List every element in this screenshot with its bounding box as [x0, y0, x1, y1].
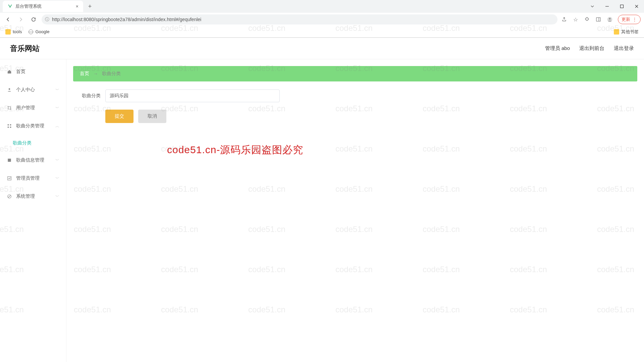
svg-point-4: [9, 88, 10, 90]
chevron-down-icon: ﹀: [55, 194, 59, 199]
app-layout: 首页 个人中心 ﹀ 用户管理 ﹀ 歌曲分类管理 ︿ 歌曲分类 歌曲信息管理 ﹀ …: [0, 59, 644, 362]
bookmark-other[interactable]: 其他书签: [614, 29, 639, 35]
chevron-down-icon: ﹀: [55, 87, 59, 93]
window-controls: [585, 0, 644, 13]
browser-chrome: 后台管理系统 × + ⓘ http://localhost:8080/sprin…: [0, 0, 644, 38]
breadcrumb-home[interactable]: 首页: [80, 71, 89, 77]
tab-title: 后台管理系统: [15, 3, 42, 9]
update-button[interactable]: 更新⋮: [618, 15, 641, 24]
sidebar-label: 管理员管理: [16, 175, 40, 181]
form-row-category: 歌曲分类: [73, 89, 637, 102]
watermark-notice: code51.cn-源码乐园盗图必究: [167, 143, 303, 157]
sidebar-label: 首页: [16, 69, 25, 75]
close-icon[interactable]: [629, 0, 644, 13]
chevron-up-icon: ︿: [55, 123, 59, 129]
sidebar-item-home[interactable]: 首页: [0, 63, 66, 81]
chevron-down-icon: ﹀: [55, 105, 59, 111]
bookmark-google[interactable]: Google: [29, 29, 49, 34]
user-icon: [7, 87, 12, 93]
share-icon[interactable]: [561, 16, 568, 23]
tab-close-icon[interactable]: ×: [76, 4, 78, 9]
sidebar-item-user-mgmt[interactable]: 用户管理 ﹀: [0, 99, 66, 117]
maximize-icon[interactable]: [614, 0, 629, 13]
svg-rect-0: [621, 5, 624, 8]
minimize-icon[interactable]: [600, 0, 614, 13]
chart-icon: [7, 176, 12, 181]
sidebar-subitem-song-cat[interactable]: 歌曲分类: [0, 135, 66, 151]
breadcrumb: 首页 → 歌曲分类: [73, 66, 637, 81]
song-category-input[interactable]: [105, 89, 280, 102]
svg-rect-1: [596, 18, 600, 21]
reload-button[interactable]: [29, 15, 38, 24]
svg-rect-5: [8, 124, 9, 126]
svg-rect-9: [8, 159, 11, 162]
new-tab-button[interactable]: +: [85, 2, 95, 11]
sidebar-item-song-cat-mgmt[interactable]: 歌曲分类管理 ︿: [0, 117, 66, 135]
caret-down-icon[interactable]: [585, 0, 600, 13]
svg-rect-7: [8, 127, 9, 128]
sidebar-item-sys-mgmt[interactable]: 系统管理 ﹀: [0, 187, 66, 205]
cancel-button[interactable]: 取消: [138, 110, 166, 123]
vue-favicon-icon: [7, 4, 13, 9]
sidebar-label: 歌曲分类管理: [16, 123, 44, 129]
globe-icon: [29, 29, 33, 34]
breadcrumb-arrow-icon: →: [93, 71, 98, 76]
star-icon[interactable]: ☆: [572, 16, 579, 23]
url-input[interactable]: ⓘ http://localhost:8080/springboote2a78/…: [42, 14, 557, 24]
bookmark-tools[interactable]: tools: [5, 29, 22, 35]
sidebar-label: 歌曲分类: [13, 140, 32, 146]
sidebar-label: 用户管理: [16, 105, 35, 111]
address-bar: ⓘ http://localhost:8080/springboote2a78/…: [0, 13, 644, 26]
app-title: 音乐网站: [10, 44, 40, 54]
svg-rect-8: [10, 127, 11, 128]
svg-rect-6: [10, 124, 11, 126]
svg-point-3: [609, 18, 610, 19]
profile-icon[interactable]: [606, 16, 613, 23]
sidebar-item-song-info-mgmt[interactable]: 歌曲信息管理 ﹀: [0, 151, 66, 169]
form-buttons: 提交 取消: [73, 110, 637, 123]
forward-button[interactable]: [16, 15, 25, 24]
sidepanel-icon[interactable]: [595, 16, 602, 23]
tab-strip: 后台管理系统 × +: [0, 0, 644, 13]
sidebar-label: 歌曲信息管理: [16, 157, 44, 163]
site-info-icon[interactable]: ⓘ: [45, 16, 49, 22]
chevron-down-icon: ﹀: [55, 158, 59, 163]
sidebar-label: 个人中心: [16, 87, 35, 93]
browser-tab[interactable]: 后台管理系统 ×: [3, 1, 83, 12]
folder-icon: [5, 29, 11, 35]
bookmarks-bar: tools Google 其他书签: [0, 26, 644, 38]
logout-link[interactable]: 退出登录: [614, 45, 634, 52]
grid-icon: [7, 123, 12, 129]
form-label-category: 歌曲分类: [80, 93, 101, 99]
sidebar: 首页 个人中心 ﹀ 用户管理 ﹀ 歌曲分类管理 ︿ 歌曲分类 歌曲信息管理 ﹀ …: [0, 59, 66, 362]
breadcrumb-current: 歌曲分类: [102, 71, 121, 77]
main-content: 首页 → 歌曲分类 歌曲分类 提交 取消 code51.cn-源码乐园盗图必究: [66, 59, 644, 362]
folder-icon: [614, 29, 619, 35]
block-icon: [7, 194, 12, 199]
extensions-icon[interactable]: [584, 16, 590, 23]
menu-dots-icon: ⋮: [632, 17, 637, 22]
sidebar-item-admin-mgmt[interactable]: 管理员管理 ﹀: [0, 169, 66, 187]
sidebar-item-personal[interactable]: 个人中心 ﹀: [0, 81, 66, 99]
submit-button[interactable]: 提交: [105, 110, 133, 123]
sidebar-label: 系统管理: [16, 193, 35, 199]
home-icon: [7, 69, 12, 74]
music-icon: [7, 158, 12, 163]
url-text: http://localhost:8080/springboote2a78/ad…: [52, 17, 201, 22]
crop-icon: [7, 105, 12, 111]
exit-front-link[interactable]: 退出到前台: [579, 45, 604, 52]
back-button[interactable]: [3, 15, 13, 24]
app-header: 音乐网站 管理员 abo 退出到前台 退出登录: [0, 38, 644, 59]
admin-label[interactable]: 管理员 abo: [545, 45, 570, 52]
chevron-down-icon: ﹀: [55, 176, 59, 181]
